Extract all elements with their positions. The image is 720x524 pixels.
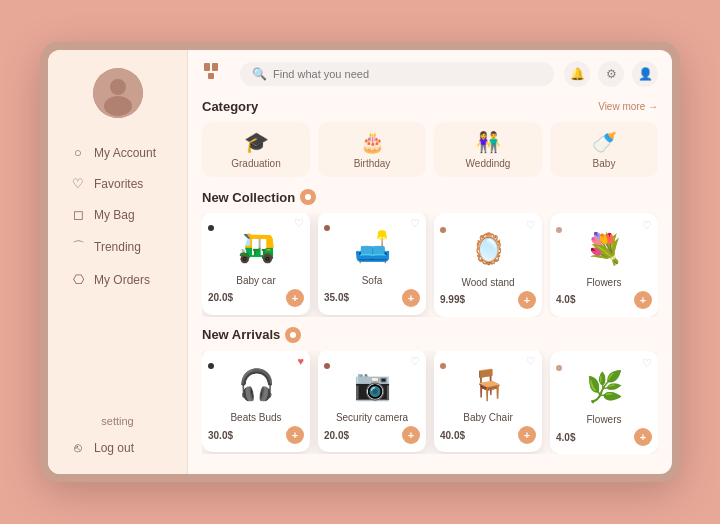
main-content: 🔍 🔔 ⚙ 👤 Category View more → 🎓 Graduatio…: [188, 50, 672, 474]
baby-car-add-btn[interactable]: +: [286, 289, 304, 307]
svg-rect-5: [208, 73, 214, 79]
heart-security-camera[interactable]: ♡: [410, 355, 420, 368]
beats-buds-emoji: 🎧: [238, 367, 275, 402]
logout-icon: ⎋: [70, 440, 86, 455]
new-arrivals-badge: [285, 327, 301, 343]
product-dot: [208, 225, 214, 231]
settings-icon[interactable]: ⚙: [598, 61, 624, 87]
sidebar-item-my-orders[interactable]: ⎔ My Orders: [60, 265, 175, 294]
flowers-price: 4.0$: [556, 294, 575, 305]
product-flowers2: ♡ 🌿 Flowers 4.0$ +: [550, 351, 658, 455]
category-card-wedding[interactable]: 👫 Weddindg: [434, 122, 542, 177]
account-icon: ○: [70, 145, 86, 160]
new-collection-title-area: New Collection: [202, 189, 316, 205]
baby-chair-emoji: 🪑: [470, 367, 507, 402]
product-sofa: ♡ 🛋️ Sofa 35.0$ +: [318, 213, 426, 315]
wood-stand-add-btn[interactable]: +: [518, 291, 536, 309]
sofa-emoji: 🛋️: [354, 229, 391, 264]
baby-car-price: 20.0$: [208, 292, 233, 303]
baby-car-img: 🛺: [208, 223, 304, 271]
sofa-footer: 35.0$ +: [324, 289, 420, 307]
wood-stand-name: Wood stand: [461, 277, 514, 288]
category-card-birthday[interactable]: 🎂 Birthday: [318, 122, 426, 177]
baby-car-emoji: 🛺: [238, 229, 275, 264]
baby-chair-add-btn[interactable]: +: [518, 426, 536, 444]
baby-chair-price: 40.0$: [440, 430, 465, 441]
sidebar-label-my-account: My Account: [94, 146, 156, 160]
header-icons: 🔔 ⚙ 👤: [564, 61, 658, 87]
heart-beats-buds[interactable]: ♥: [297, 355, 304, 367]
beats-buds-footer: 30.0$ +: [208, 426, 304, 444]
heart-baby-car[interactable]: ♡: [294, 217, 304, 230]
category-card-baby[interactable]: 🍼 Baby: [550, 122, 658, 177]
heart-flowers[interactable]: ♡: [642, 219, 652, 232]
flowers2-footer: 4.0$ +: [556, 428, 652, 446]
new-collection-row: ♡ 🛺 Baby car 20.0$ + ♡ 🛋️: [202, 213, 658, 317]
beats-buds-price: 30.0$: [208, 430, 233, 441]
flowers-emoji: 💐: [586, 231, 623, 266]
flowers-img: 💐: [556, 225, 652, 273]
product-dot: [208, 363, 214, 369]
heart-baby-chair[interactable]: ♡: [526, 355, 536, 368]
security-camera-footer: 20.0$ +: [324, 426, 420, 444]
new-collection-title: New Collection: [202, 190, 295, 205]
new-collection-header: New Collection: [202, 189, 658, 205]
wood-stand-price: 9.99$: [440, 294, 465, 305]
category-card-graduation[interactable]: 🎓 Graduation: [202, 122, 310, 177]
avatar-image: [93, 68, 143, 118]
heart-wood-stand[interactable]: ♡: [526, 219, 536, 232]
logout-label: Log out: [94, 441, 134, 455]
baby-chair-img: 🪑: [440, 361, 536, 409]
trending-icon: ⌒: [70, 238, 86, 256]
new-arrivals-header: New Arrivals: [202, 327, 658, 343]
sidebar-item-favorites[interactable]: ♡ Favorites: [60, 169, 175, 198]
beats-buds-name: Beats Buds: [230, 412, 281, 423]
flowers2-price: 4.0$: [556, 432, 575, 443]
search-icon: 🔍: [252, 67, 267, 81]
product-dot: [324, 363, 330, 369]
heart-flowers2[interactable]: ♡: [642, 357, 652, 370]
bag-icon: ◻: [70, 207, 86, 222]
new-collection-badge: [300, 189, 316, 205]
flowers2-emoji: 🌿: [586, 369, 623, 404]
orders-icon: ⎔: [70, 272, 86, 287]
baby-chair-name: Baby Chair: [463, 412, 512, 423]
wood-stand-emoji: 🪞: [470, 231, 507, 266]
sofa-price: 35.0$: [324, 292, 349, 303]
flowers2-img: 🌿: [556, 363, 652, 411]
product-dot: [556, 227, 562, 233]
search-input[interactable]: [273, 68, 542, 80]
baby-chair-footer: 40.0$ +: [440, 426, 536, 444]
product-flowers: ♡ 💐 Flowers 4.0$ +: [550, 213, 658, 317]
category-view-more[interactable]: View more →: [598, 101, 658, 112]
wood-stand-img: 🪞: [440, 225, 536, 273]
sidebar-nav: ○ My Account ♡ Favorites ◻ My Bag ⌒ Tren…: [48, 138, 187, 294]
sofa-img: 🛋️: [324, 223, 420, 271]
flowers-add-btn[interactable]: +: [634, 291, 652, 309]
sidebar-item-my-account[interactable]: ○ My Account: [60, 138, 175, 167]
sofa-add-btn[interactable]: +: [402, 289, 420, 307]
product-baby-chair: ♡ 🪑 Baby Chair 40.0$ +: [434, 351, 542, 453]
heart-sofa[interactable]: ♡: [410, 217, 420, 230]
flowers2-add-btn[interactable]: +: [634, 428, 652, 446]
favorites-icon: ♡: [70, 176, 86, 191]
badge-dot-arrivals: [290, 332, 296, 338]
sidebar: ○ My Account ♡ Favorites ◻ My Bag ⌒ Tren…: [48, 50, 188, 474]
wood-stand-footer: 9.99$ +: [440, 291, 536, 309]
security-camera-add-btn[interactable]: +: [402, 426, 420, 444]
security-camera-price: 20.0$: [324, 430, 349, 441]
beats-buds-add-btn[interactable]: +: [286, 426, 304, 444]
sidebar-logout[interactable]: ⎋ Log out: [60, 433, 175, 462]
sidebar-item-trending[interactable]: ⌒ Trending: [60, 231, 175, 263]
setting-label[interactable]: setting: [60, 409, 175, 433]
product-wood-stand: ♡ 🪞 Wood stand 9.99$ +: [434, 213, 542, 317]
sidebar-item-my-bag[interactable]: ◻ My Bag: [60, 200, 175, 229]
product-dot: [440, 227, 446, 233]
profile-icon[interactable]: 👤: [632, 61, 658, 87]
svg-rect-3: [204, 63, 210, 71]
notification-icon[interactable]: 🔔: [564, 61, 590, 87]
wedding-label: Weddindg: [466, 158, 511, 169]
category-row: 🎓 Graduation 🎂 Birthday 👫 Weddindg 🍼 Bab…: [202, 122, 658, 177]
category-title: Category: [202, 99, 258, 114]
birthday-emoji: 🎂: [360, 130, 385, 154]
